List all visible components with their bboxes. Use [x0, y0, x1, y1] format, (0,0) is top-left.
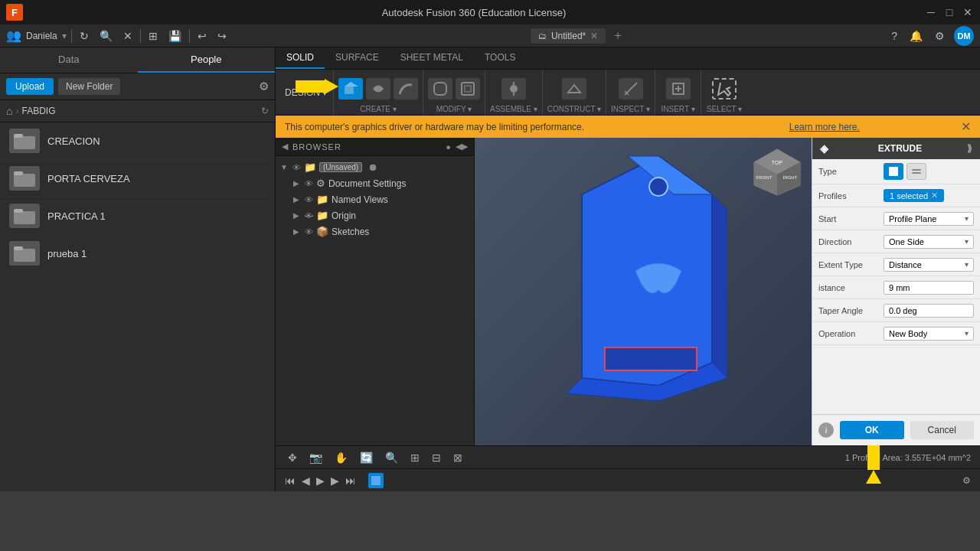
camera-icon[interactable]: 📷 [306, 450, 325, 465]
joint-icon[interactable] [501, 78, 526, 99]
select-icon[interactable] [712, 78, 737, 99]
list-item[interactable]: prueba 1 [0, 235, 275, 272]
warning-close-button[interactable]: ✕ [961, 119, 971, 134]
distance-input[interactable]: 9 mm [884, 281, 974, 295]
ribbon-group-assemble[interactable]: ASSEMBLE ▾ [485, 70, 543, 115]
zoom-icon[interactable]: 🔍 [382, 450, 401, 465]
ribbon-tab-solid[interactable]: SOLID [276, 47, 325, 69]
profiles-selected-badge[interactable]: 1 selected ✕ [884, 189, 944, 202]
search-button[interactable]: 🔍 [96, 28, 116, 44]
document-close-icon[interactable]: ✕ [590, 31, 598, 41]
toolbar-separator-2 [140, 29, 141, 43]
user-name[interactable]: Daniela [26, 31, 57, 41]
tree-item-doc-settings[interactable]: ▶ 👁 ⚙ Document Settings [276, 175, 474, 191]
pan-icon[interactable]: ✋ [332, 450, 351, 465]
tree-item-unsaved[interactable]: ▼ 👁 📁 (Unsaved) ⏺ [276, 159, 474, 175]
view-icon[interactable]: ⊞ [407, 450, 423, 465]
ribbon-tab-surface[interactable]: SURFACE [325, 47, 390, 69]
breadcrumb-refresh-icon[interactable]: ↻ [261, 106, 269, 116]
info-button[interactable]: i [818, 422, 834, 438]
revolve-icon[interactable] [366, 78, 390, 99]
timeline-last-button[interactable]: ⏭ [345, 474, 356, 487]
close-panel-button[interactable]: ✕ [120, 28, 136, 44]
plane-icon[interactable] [562, 78, 586, 99]
document-tab[interactable]: 🗂 Untitled* ✕ [531, 28, 606, 44]
ribbon-tab-tools[interactable]: TOOLS [474, 47, 526, 69]
measure-icon[interactable] [619, 78, 643, 99]
tree-item-sketches[interactable]: ▶ 👁 📦 Sketches [276, 223, 474, 240]
ribbon-tab-sheet-metal[interactable]: SHEET METAL [390, 47, 474, 69]
3d-canvas[interactable]: 9 TOP RIGHT FRONT [475, 138, 812, 445]
ribbon-group-inspect[interactable]: INSPECT ▾ [606, 70, 655, 115]
shell-icon[interactable] [456, 78, 480, 99]
visibility-icon[interactable]: 👁 [305, 179, 313, 188]
extent-type-dropdown[interactable]: Distance ▾ [884, 258, 974, 272]
sweep-icon[interactable] [394, 78, 418, 99]
timeline-settings-button[interactable]: ⚙ [962, 475, 971, 486]
grid-button[interactable]: ⊞ [145, 28, 161, 44]
record-icon[interactable]: ⏺ [368, 161, 378, 173]
ribbon-group-insert[interactable]: INSERT ▾ [655, 70, 701, 115]
help-button[interactable]: ? [888, 28, 900, 44]
maximize-button[interactable]: □ [943, 6, 956, 18]
ribbon-group-construct[interactable]: CONSTRUCT ▾ [543, 70, 606, 115]
browser-collapse-icon[interactable]: ◀ [282, 142, 288, 152]
settings-button[interactable]: ⚙ [932, 28, 948, 44]
cancel-button[interactable]: Cancel [910, 421, 975, 439]
list-item[interactable]: CREACION [0, 122, 275, 160]
list-item[interactable]: PORTA CERVEZA [0, 160, 275, 197]
breadcrumb-item[interactable]: FABDIG [21, 106, 55, 116]
new-folder-button[interactable]: New Folder [58, 78, 120, 95]
timeline-play-button[interactable]: ▶ [316, 474, 325, 487]
insert-icon[interactable] [666, 78, 691, 99]
cursor-icon[interactable]: ✥ [285, 450, 300, 465]
timeline-prev-button[interactable]: ◀ [302, 474, 310, 487]
close-button[interactable]: ✕ [962, 6, 974, 18]
ribbon-group-modify[interactable]: MODIFY ▾ [423, 70, 485, 115]
save-button[interactable]: 💾 [165, 28, 185, 44]
user-avatar[interactable]: DM [954, 26, 974, 46]
add-tab-button[interactable]: ＋ [612, 28, 624, 44]
extrude-expand-button[interactable]: ⟫ [967, 143, 972, 154]
undo-button[interactable]: ↩ [194, 28, 210, 44]
home-breadcrumb[interactable]: ⌂ [6, 105, 12, 117]
timeline-first-button[interactable]: ⏮ [285, 474, 296, 487]
fillet-icon[interactable] [428, 78, 452, 99]
extrude-icon[interactable] [338, 78, 363, 99]
orbit-icon[interactable]: 🔄 [357, 450, 376, 465]
type-solid-button[interactable] [884, 163, 903, 180]
operation-dropdown[interactable]: New Body ▾ [884, 327, 974, 341]
user-dropdown-icon[interactable]: ▾ [62, 31, 67, 41]
visibility-icon[interactable]: 👁 [305, 211, 313, 220]
ribbon-group-select[interactable]: SELECT ▾ [701, 70, 747, 115]
panel-settings-button[interactable]: ⚙ [259, 80, 269, 93]
start-dropdown[interactable]: Profile Plane ▾ [884, 212, 974, 226]
list-item[interactable]: PRACTICA 1 [0, 197, 275, 235]
browser-expand-icon[interactable]: ◀▶ [456, 142, 468, 152]
grid-view-icon[interactable]: ⊟ [429, 450, 444, 465]
visibility-icon[interactable]: 👁 [305, 195, 313, 204]
deselect-profile-button[interactable]: ✕ [931, 191, 938, 201]
notification-button[interactable]: 🔔 [906, 28, 926, 44]
people-tab[interactable]: People [138, 47, 276, 73]
data-tab[interactable]: Data [0, 47, 138, 73]
tree-item-named-views[interactable]: ▶ 👁 📁 Named Views [276, 191, 474, 207]
direction-dropdown[interactable]: One Side ▾ [884, 235, 974, 249]
ok-button[interactable]: OK [840, 421, 904, 439]
upload-button[interactable]: Upload [6, 78, 54, 95]
ribbon-group-create[interactable]: CREATE ▾ [334, 70, 423, 115]
redo-button[interactable]: ↪ [214, 28, 230, 44]
minimize-button[interactable]: ─ [925, 6, 937, 18]
visibility-icon[interactable]: 👁 [305, 227, 313, 236]
timeline-thumb[interactable] [368, 473, 384, 488]
warning-link[interactable]: Learn more here. [789, 122, 860, 132]
navigation-cube[interactable]: TOP RIGHT FRONT [750, 145, 804, 199]
timeline-next-button[interactable]: ▶ [331, 474, 339, 487]
browser-settings-icon[interactable]: ● [446, 142, 451, 152]
visibility-icon[interactable]: 👁 [292, 163, 301, 172]
refresh-button[interactable]: ↻ [77, 28, 92, 44]
type-surface-button[interactable] [906, 163, 926, 180]
tree-item-origin[interactable]: ▶ 👁 📁 Origin [276, 207, 474, 223]
display-icon[interactable]: ⊠ [450, 450, 466, 465]
taper-input[interactable]: 0.0 deg [884, 304, 974, 318]
